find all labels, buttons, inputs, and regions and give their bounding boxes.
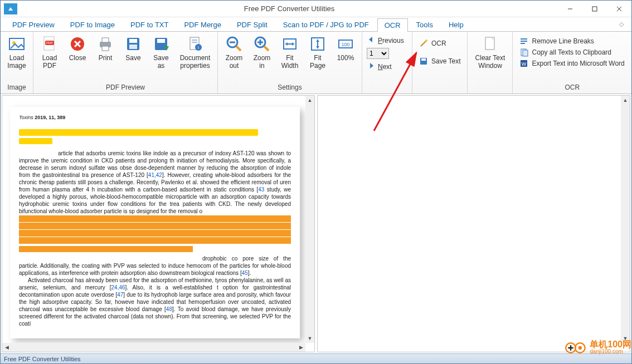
group-clear-text: Clear Text Window <box>468 32 513 94</box>
scrollbar-vertical[interactable]: ▲▼ <box>305 96 314 343</box>
fit-page-button[interactable]: Fit Page <box>304 34 332 71</box>
workspace: Toxins 2019, 11, 389 xxxxxxxxxxxxxxartic… <box>1 94 631 353</box>
save-as-button[interactable]: Save as <box>147 34 175 71</box>
clear-text-label: Clear Text Window <box>475 54 505 70</box>
tab-pdf-to-txt[interactable]: PDF to TXT <box>123 18 176 31</box>
wand-icon <box>419 39 428 48</box>
load-image-button[interactable]: Load Image <box>3 34 31 71</box>
fit-width-button[interactable]: Fit Width <box>276 34 304 71</box>
remove-line-breaks-button[interactable]: Remove Line Breaks <box>517 36 627 46</box>
group-image-title: Image <box>3 83 31 92</box>
close-circle-icon <box>69 35 86 53</box>
svg-text:i: i <box>198 45 199 50</box>
load-pdf-button[interactable]: PDF Load PDF <box>36 34 64 71</box>
tab-pdf-merge[interactable]: PDF Merge <box>177 18 228 31</box>
tab-scan[interactable]: Scan to PDF / JPG to PDF <box>276 18 376 31</box>
svg-rect-56 <box>523 50 528 56</box>
group-pdf-preview: PDF Load PDF Close Print Save Save as i <box>33 32 218 94</box>
ocr-button[interactable]: OCR <box>417 38 463 48</box>
maximize-button[interactable] <box>582 1 607 17</box>
fit-page-icon <box>309 35 327 53</box>
clear-text-button[interactable]: Clear Text Window <box>470 34 510 71</box>
floppy-icon <box>124 35 142 53</box>
zoom-in-button[interactable]: Zoom in <box>248 34 276 71</box>
export-word-label: Export Text into Microsoft Word <box>532 60 624 67</box>
fit-width-icon <box>281 35 299 53</box>
svg-marker-45 <box>370 63 373 68</box>
save-text-label: Save Text <box>431 57 460 65</box>
zoom-in-icon <box>253 35 271 53</box>
printer-icon <box>96 35 114 53</box>
previous-label: Previous <box>378 37 404 45</box>
load-pdf-label: Load PDF <box>42 54 57 70</box>
save-button[interactable]: Save <box>119 34 147 63</box>
svg-text:PDF: PDF <box>46 41 53 45</box>
export-word-button[interactable]: W Export Text into Microsoft Word <box>517 58 627 68</box>
next-label: Next <box>378 63 392 71</box>
remove-line-breaks-label: Remove Line Breaks <box>532 37 594 45</box>
pdf-file-icon: PDF <box>41 35 59 53</box>
close-button-ribbon[interactable]: Close <box>64 34 91 63</box>
ribbon-collapse-icon[interactable]: ◇ <box>619 21 624 28</box>
ocr-text-pane[interactable]: ▲▼ <box>317 95 630 352</box>
document-properties-button[interactable]: i Document properties <box>175 34 215 71</box>
group-ocr: Remove Line Breaks Copy all Texts to Cli… <box>513 32 631 94</box>
fit-page-label: Fit Page <box>310 54 325 70</box>
tab-pdf-split[interactable]: PDF Split <box>230 18 275 31</box>
svg-rect-14 <box>102 38 109 42</box>
svg-marker-36 <box>285 42 288 46</box>
load-image-label: Load Image <box>7 54 26 70</box>
ribbon: Load Image Image PDF Load PDF Close Prin… <box>1 32 631 94</box>
tab-help[interactable]: Help <box>441 18 471 31</box>
scrollbar-vertical-right[interactable]: ▲▼ <box>621 96 630 343</box>
window-controls <box>558 1 631 17</box>
zoom-out-label: Zoom out <box>226 54 243 70</box>
zoom-out-icon <box>225 35 243 53</box>
tab-pdf-preview[interactable]: PDF Preview <box>5 18 62 31</box>
group-settings-title: Settings <box>220 83 359 92</box>
scrollbar-horizontal[interactable]: ◀▶ <box>2 343 305 352</box>
document-header: Toxins 2019, 11, 389 <box>19 115 291 120</box>
save-label: Save <box>125 54 140 62</box>
close-button[interactable] <box>607 1 631 17</box>
page-select[interactable]: 1 <box>367 48 389 59</box>
previous-button[interactable]: Previous <box>364 34 410 47</box>
statusbar: Free PDF Converter Utilities <box>1 353 631 363</box>
app-icon <box>4 3 17 14</box>
doc-props-icon: i <box>186 35 204 53</box>
group-ocr-title: OCR <box>515 83 629 92</box>
svg-line-28 <box>236 46 241 51</box>
copy-clipboard-button[interactable]: Copy all Texts to Clipboard <box>517 47 627 57</box>
fit-width-label: Fit Width <box>281 54 299 70</box>
tab-tools[interactable]: Tools <box>409 18 440 31</box>
minimize-button[interactable] <box>558 1 582 17</box>
zoom-100-button[interactable]: 100 100% <box>332 34 359 63</box>
arrow-right-icon <box>367 61 376 72</box>
pdf-document: Toxins 2019, 11, 389 xxxxxxxxxxxxxxartic… <box>10 107 300 338</box>
image-icon <box>8 35 26 53</box>
svg-text:W: W <box>522 61 527 67</box>
document-blank-icon <box>481 35 499 53</box>
save-text-button[interactable]: Save Text <box>417 56 463 66</box>
clipboard-icon <box>519 48 528 57</box>
copy-clipboard-label: Copy all Texts to Clipboard <box>532 48 611 56</box>
save-as-label: Save as <box>153 54 168 70</box>
svg-rect-18 <box>129 45 137 49</box>
tab-pdf-to-image[interactable]: PDF to Image <box>63 18 122 31</box>
word-icon: W <box>519 59 528 68</box>
floppy-arrow-icon <box>152 35 170 53</box>
doc-props-label: Document properties <box>180 54 211 70</box>
group-settings: Zoom out Zoom in Fit Width Fit Page 100 … <box>218 32 362 94</box>
titlebar: Free PDF Converter Utilities <box>1 1 631 17</box>
zoom-out-button[interactable]: Zoom out <box>220 34 248 71</box>
hundred-icon: 100 <box>337 35 354 53</box>
document-body: xxxxxxxxxxxxxxarticle that adsorbs uremi… <box>19 150 291 215</box>
svg-marker-0 <box>8 7 13 11</box>
print-button[interactable]: Print <box>91 34 119 63</box>
next-button[interactable]: Next <box>364 60 410 73</box>
svg-point-47 <box>425 40 427 42</box>
tab-ocr[interactable]: OCR <box>377 18 408 32</box>
group-pdf-preview-title: PDF Preview <box>36 83 215 92</box>
group-image: Load Image Image <box>1 32 33 94</box>
lines-icon <box>519 37 528 46</box>
